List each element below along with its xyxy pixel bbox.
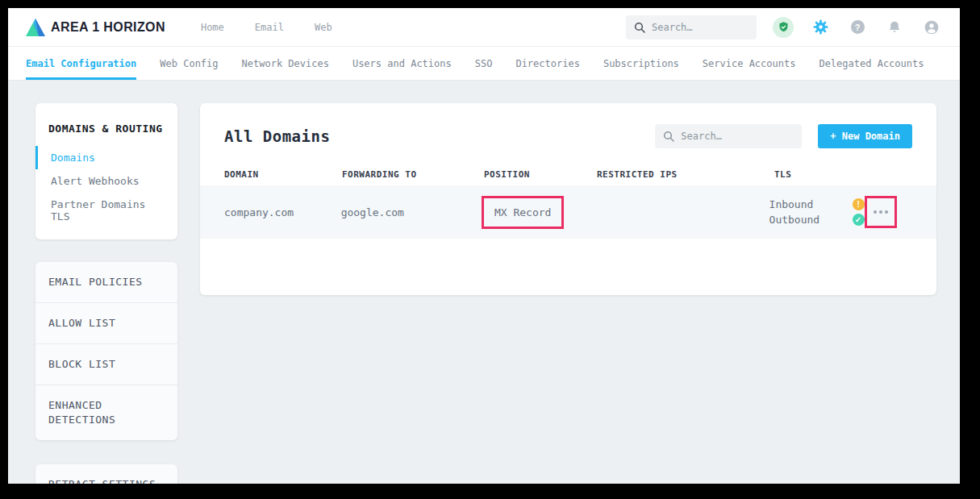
sidebar-item-email-policies[interactable]: EMAIL POLICIES [35, 262, 177, 303]
global-search-input[interactable] [652, 22, 740, 33]
tab-service-accounts[interactable]: Service Accounts [703, 47, 796, 80]
sidebar-card-policies: EMAIL POLICIES ALLOW LIST BLOCK LIST ENH… [35, 262, 177, 440]
brand-logo[interactable]: AREA 1 HORIZON [26, 19, 165, 36]
help-icon[interactable]: ? [847, 17, 868, 38]
domains-search-input[interactable] [681, 131, 786, 142]
tls-outbound: Outbound ✓ [769, 214, 865, 226]
sidebar-card-title: DOMAINS & ROUTING [35, 113, 177, 146]
global-search[interactable] [626, 15, 757, 40]
sidebar-item-alert-webhooks[interactable]: Alert Webhooks [35, 169, 177, 193]
top-links: Home Email Web [201, 22, 332, 33]
cell-forwarding-to: google.com [341, 206, 482, 218]
settings-tabbar: Email Configuration Web Config Network D… [8, 47, 960, 81]
all-domains-panel: All Domains + New Domain DOMAIN FORWARDI… [200, 103, 936, 295]
bell-icon[interactable] [884, 17, 905, 38]
domains-table: DOMAIN FORWARDING TO POSITION RESTRICTED… [200, 163, 936, 239]
gear-icon[interactable] [810, 17, 831, 38]
annotation-highlight-more [865, 196, 897, 228]
page-title: All Domains [224, 127, 330, 145]
tab-email-configuration[interactable]: Email Configuration [26, 47, 136, 80]
sidebar-item-retract-settings[interactable]: RETRACT SETTINGS [35, 464, 177, 484]
sidebar-item-block-list[interactable]: BLOCK LIST [35, 344, 177, 385]
table-row[interactable]: company.com google.com MX Record Inbound… [200, 185, 936, 239]
top-link-email[interactable]: Email [255, 22, 284, 33]
tab-users-and-actions[interactable]: Users and Actions [352, 47, 452, 80]
column-header-restricted-ips: RESTRICTED IPS [597, 169, 774, 180]
logo-text: AREA 1 HORIZON [51, 20, 165, 35]
sidebar-item-partner-domains-tls[interactable]: Partner Domains TLS [35, 193, 177, 228]
column-header-forwarding-to: FORWARDING TO [342, 169, 484, 180]
column-header-tls: TLS [774, 169, 864, 180]
sidebar-item-domains[interactable]: Domains [35, 146, 177, 169]
domains-search[interactable] [655, 124, 802, 148]
table-header-row: DOMAIN FORWARDING TO POSITION RESTRICTED… [200, 163, 936, 185]
sidebar-card-retract: RETRACT SETTINGS [35, 464, 177, 484]
tab-delegated-accounts[interactable]: Delegated Accounts [819, 47, 924, 80]
tab-network-devices[interactable]: Network Devices [242, 47, 329, 80]
column-header-position: POSITION [484, 169, 597, 180]
sidebar-card-domains-routing: DOMAINS & ROUTING Domains Alert Webhooks… [35, 103, 177, 239]
cell-actions [865, 196, 912, 228]
column-header-domain: DOMAIN [224, 169, 342, 180]
content-area: DOMAINS & ROUTING Domains Alert Webhooks… [8, 81, 960, 484]
user-icon[interactable] [921, 17, 942, 38]
cell-tls: Inbound ! Outbound ✓ [769, 198, 865, 226]
sidebar-item-allow-list[interactable]: ALLOW LIST [35, 303, 177, 344]
tab-web-config[interactable]: Web Config [160, 47, 218, 80]
position-value: MX Record [494, 206, 551, 218]
row-more-button[interactable] [867, 198, 895, 226]
logo-triangle-icon [26, 19, 45, 36]
sidebar-item-enhanced-detections[interactable]: ENHANCED DETECTIONS [35, 385, 177, 440]
app-window: AREA 1 HORIZON Home Email Web [8, 8, 960, 484]
new-domain-button[interactable]: + New Domain [818, 124, 912, 148]
shield-check-icon[interactable] [773, 17, 794, 38]
top-link-home[interactable]: Home [201, 22, 224, 33]
search-icon [663, 131, 674, 142]
tab-directories[interactable]: Directories [515, 47, 579, 80]
tls-inbound: Inbound ! [769, 198, 865, 210]
search-icon [634, 22, 645, 33]
annotation-highlight-position: MX Record [482, 196, 564, 229]
warning-icon: ! [853, 198, 865, 210]
cell-domain: company.com [224, 206, 341, 218]
top-link-web[interactable]: Web [315, 22, 332, 33]
top-navbar: AREA 1 HORIZON Home Email Web [8, 8, 960, 47]
cell-position: MX Record [482, 196, 594, 229]
panel-header: All Domains + New Domain [200, 103, 936, 163]
tab-sso[interactable]: SSO [475, 47, 493, 80]
top-icon-buttons: ? [773, 17, 942, 38]
tab-subscriptions[interactable]: Subscriptions [603, 47, 679, 80]
sidebar: DOMAINS & ROUTING Domains Alert Webhooks… [35, 103, 177, 484]
check-icon: ✓ [853, 214, 865, 226]
